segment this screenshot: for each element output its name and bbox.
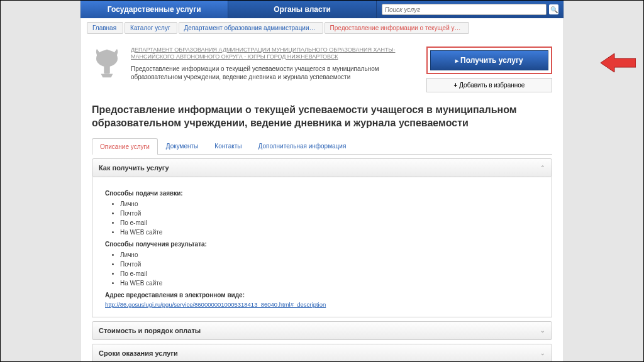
coat-of-arms-icon xyxy=(92,47,122,79)
annotation-arrow-icon xyxy=(601,53,636,74)
list-item: Лично xyxy=(120,199,539,209)
list-item: Почтой xyxy=(120,260,539,269)
crumb-department[interactable]: Департамент образования администрации му… xyxy=(179,22,323,34)
chevron-down-icon: ⌄ xyxy=(540,350,545,356)
accordion-label: Как получить услугу xyxy=(99,164,169,172)
get-service-button[interactable]: Получить услугу xyxy=(430,50,548,70)
content-tabs: Описание услуги Документы Контакты Допол… xyxy=(92,138,552,155)
service-url-link[interactable]: http://86.gosuslugi.ru/pgu/service/86000… xyxy=(105,301,326,308)
crumb-catalog[interactable]: Каталог услуг xyxy=(125,22,177,34)
svg-rect-1 xyxy=(104,64,109,74)
tab-documents[interactable]: Документы xyxy=(158,138,207,154)
list-item: На WEB сайте xyxy=(120,278,539,288)
breadcrumb: Главная Каталог услуг Департамент образо… xyxy=(80,18,564,38)
page-title: Предоставление информации о текущей успе… xyxy=(80,99,564,138)
accordion-terms[interactable]: Сроки оказания услуги ⌄ xyxy=(92,344,552,362)
electronic-address-label: Адрес предоставления в электронном виде: xyxy=(105,292,539,299)
search-container: 🔍 xyxy=(377,1,564,18)
chevron-up-icon: ⌃ xyxy=(540,165,545,171)
svg-point-2 xyxy=(105,50,109,53)
list-item: На WEB сайте xyxy=(120,228,539,237)
apply-methods-label: Способы подачи заявки: xyxy=(105,190,539,197)
tab-additional[interactable]: Дополнительная информация xyxy=(250,138,355,154)
nav-tab-services[interactable]: Государственные услуги xyxy=(80,1,228,18)
accordion-cost[interactable]: Стоимость и порядок оплаты ⌄ xyxy=(92,321,552,340)
get-service-highlight: Получить услугу xyxy=(426,47,552,74)
department-name-link[interactable]: ДЕПАРТАМЕНТ ОБРАЗОВАНИЯ АДМИНИСТРАЦИИ МУ… xyxy=(131,47,418,61)
crumb-home[interactable]: Главная xyxy=(87,22,123,34)
list-item: Почтой xyxy=(120,209,539,218)
crumb-current: Предоставление информации о текущей успе… xyxy=(325,22,469,34)
accordion-how-to-get[interactable]: Как получить услугу ⌃ xyxy=(92,158,552,177)
result-methods-label: Способы получения результата: xyxy=(105,241,539,248)
accordion-label: Стоимость и порядок оплаты xyxy=(99,327,201,334)
search-input[interactable] xyxy=(382,4,547,15)
top-nav: Государственные услуги Органы власти 🔍 xyxy=(80,1,564,18)
list-item: Лично xyxy=(120,250,539,260)
list-item: По e-mail xyxy=(120,269,539,278)
tab-contacts[interactable]: Контакты xyxy=(206,138,250,154)
service-short-desc: Предоставление информации о текущей успе… xyxy=(131,65,418,82)
accordion-label: Сроки оказания услуги xyxy=(99,349,178,357)
tab-description[interactable]: Описание услуги xyxy=(92,138,158,155)
search-icon[interactable]: 🔍 xyxy=(549,4,558,14)
list-item: По e-mail xyxy=(120,218,539,228)
nav-tab-authorities[interactable]: Органы власти xyxy=(228,1,376,18)
add-favorite-button[interactable]: Добавить в избранное xyxy=(426,78,552,92)
accordion-body: Способы подачи заявки: Лично Почтой По e… xyxy=(92,177,552,317)
chevron-down-icon: ⌄ xyxy=(540,327,545,334)
